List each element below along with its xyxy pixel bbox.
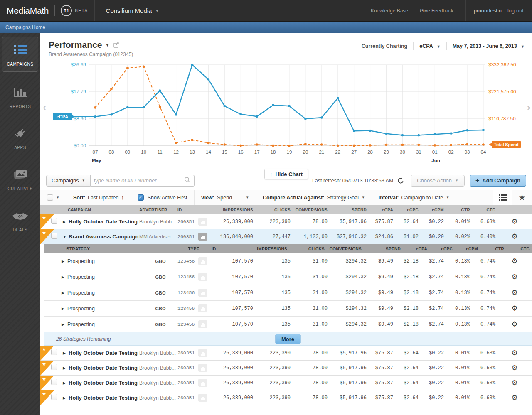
sidebar-item-campaigns[interactable]: CAMPAIGNS	[2, 37, 38, 72]
search-icon[interactable]	[184, 177, 191, 185]
logout-link[interactable]: log out	[507, 7, 524, 14]
scope-dropdown[interactable]: Campaigns ▼	[46, 175, 91, 187]
view-control[interactable]: View: Spend ▼	[195, 190, 256, 205]
knowledge-base-link[interactable]: Knowledge Base	[371, 8, 408, 14]
column-header[interactable]: eCPA	[402, 247, 429, 251]
column-header[interactable]: STRATEGY	[44, 247, 177, 251]
column-header[interactable]: CTC	[506, 247, 531, 251]
column-header[interactable]: SPEND	[363, 247, 402, 251]
give-feedback-link[interactable]: Give Feedback	[420, 8, 453, 14]
column-header[interactable]: CTR	[446, 208, 472, 212]
chart-next-chevron[interactable]: ›	[527, 102, 530, 113]
column-header[interactable]: ID	[212, 247, 232, 251]
view-selector[interactable]: Performance ▼	[49, 40, 362, 50]
hide-chart-button[interactable]: ↑ Hide Chart	[264, 169, 308, 179]
campaign-name[interactable]: Holly October Date Testing	[69, 365, 138, 371]
expand-caret-icon[interactable]: ▶	[62, 322, 67, 327]
chevron-down-icon[interactable]: ▼	[56, 196, 59, 199]
chart-prev-chevron[interactable]: ‹	[43, 102, 47, 113]
column-header[interactable]: TYPE	[177, 247, 212, 251]
column-header[interactable]: SPEND	[329, 208, 368, 212]
row-chart-icon[interactable]	[198, 379, 207, 387]
search-input[interactable]	[94, 177, 184, 184]
strategy-row[interactable]: ▶ Prospecting GBO 123456 107,570 135 31.…	[44, 285, 532, 301]
refresh-icon[interactable]	[397, 177, 404, 184]
gear-icon[interactable]: ⚙	[511, 349, 517, 356]
strategy-name[interactable]: Prospecting	[67, 258, 95, 264]
row-chart-icon[interactable]	[198, 257, 207, 265]
column-header[interactable]: ADVERTISER	[139, 208, 177, 212]
gear-icon[interactable]: ⚙	[511, 364, 517, 371]
column-header[interactable]: CTC	[472, 208, 497, 212]
strategy-row[interactable]: ▶ Prospecting GBO 123456 107,570 135 31.…	[44, 301, 532, 317]
strategy-name[interactable]: Prospecting	[67, 290, 95, 296]
strategy-row[interactable]: ▶ Prospecting GBO 123456 107,570 135 31.…	[44, 253, 532, 269]
row-chart-icon[interactable]	[198, 394, 207, 402]
interval-control[interactable]: Interval: Campaign to Date ▼	[372, 190, 456, 205]
gear-icon[interactable]: ⚙	[511, 321, 517, 328]
more-button[interactable]: More	[275, 334, 300, 344]
metric-selector[interactable]: eCPA ▼	[419, 43, 440, 49]
column-header[interactable]: IMPRESSIONS	[213, 208, 255, 212]
gear-icon[interactable]: ⚙	[511, 379, 517, 386]
column-header[interactable]: CONVERSIONS	[326, 247, 363, 251]
campaign-row[interactable]: ★ ▼ Brand Awarness Campaign MM Advertise…	[40, 229, 532, 244]
expand-caret-icon[interactable]: ▶	[62, 259, 67, 263]
row-chart-icon[interactable]	[198, 218, 207, 226]
strategy-name[interactable]: Prospecting	[67, 322, 95, 327]
campaign-row[interactable]: ★ ▶ Holly October Date Testing Brooklyn …	[40, 214, 532, 229]
row-chart-icon[interactable]	[198, 289, 207, 297]
strategy-row[interactable]: ▶ Prospecting GBO 123456 107,570 135 31.…	[44, 317, 532, 332]
column-header[interactable]: CTR	[480, 247, 506, 251]
strategy-name[interactable]: Prospecting	[67, 306, 95, 312]
expand-caret-icon[interactable]: ▶	[62, 291, 67, 295]
select-all-checkbox[interactable]	[47, 194, 53, 201]
add-campaign-button[interactable]: + Add Campaign	[470, 175, 526, 187]
column-header[interactable]: CLICKS	[289, 247, 326, 251]
column-header[interactable]: CLICKS	[255, 208, 292, 212]
row-chart-icon[interactable]	[198, 320, 207, 328]
campaign-name[interactable]: Holly October Date Testing	[69, 395, 138, 401]
sidebar-item-creatives[interactable]: CREATIVES	[0, 162, 40, 196]
expand-caret-icon[interactable]: ▶	[62, 275, 67, 279]
column-header[interactable]: eCPC	[395, 208, 420, 212]
breadcrumb[interactable]: Campaigns Home	[0, 25, 45, 30]
sort-control[interactable]: Sort: Last Updated ↑	[66, 190, 131, 205]
choose-action-dropdown[interactable]: Choose Action ▼	[411, 175, 465, 187]
expand-caret-icon[interactable]: ▼	[63, 235, 69, 239]
column-header[interactable]: IMPRESSIONS	[247, 247, 289, 251]
column-header[interactable]: CAMPAIGN	[40, 208, 139, 212]
gear-icon[interactable]: ⚙	[511, 233, 517, 240]
column-header[interactable]: ID	[177, 208, 198, 212]
sidebar-item-reports[interactable]: REPORTS	[0, 79, 40, 114]
sort-direction-arrow-icon[interactable]: ↑	[121, 195, 123, 201]
campaign-name[interactable]: Holly October Date Testing	[69, 350, 138, 356]
list-view-toggle[interactable]	[493, 190, 512, 205]
gear-icon[interactable]: ⚙	[511, 258, 517, 265]
popout-icon[interactable]	[113, 40, 119, 50]
starred-view-toggle[interactable]: ★	[512, 190, 532, 205]
campaign-row[interactable]: ★ ▶ Holly October Date Testing Brooklyn …	[40, 361, 532, 376]
gear-icon[interactable]: ⚙	[511, 218, 517, 225]
row-chart-icon[interactable]	[198, 364, 207, 372]
gear-icon[interactable]: ⚙	[511, 394, 517, 401]
row-chart-icon[interactable]	[198, 273, 207, 281]
campaign-row[interactable]: ★ ▶ Holly October Date Testing Brooklyn …	[40, 346, 532, 361]
expand-caret-icon[interactable]: ▶	[63, 381, 69, 385]
campaign-name[interactable]: Holly October Date Testing	[69, 219, 138, 225]
gear-icon[interactable]: ⚙	[511, 305, 517, 312]
expand-caret-icon[interactable]: ▶	[62, 307, 67, 311]
campaign-name[interactable]: Holly October Date Testing	[69, 380, 138, 386]
campaign-row[interactable]: ★ ▶ Holly October Date Testing Brooklyn …	[40, 390, 532, 405]
expand-caret-icon[interactable]: ▶	[63, 366, 69, 370]
row-chart-icon[interactable]	[198, 233, 207, 241]
column-header[interactable]: eCPC	[429, 247, 454, 251]
show-active-checkbox[interactable]: ✓	[138, 194, 144, 201]
column-header[interactable]: eCPA	[368, 208, 395, 212]
compare-control[interactable]: Compare Actual Against: Strategy Goal ▼	[256, 190, 372, 205]
column-header[interactable]: CONVERSIONS	[292, 208, 329, 212]
gear-icon[interactable]: ⚙	[511, 289, 517, 296]
gear-icon[interactable]: ⚙	[511, 273, 517, 280]
strategy-name[interactable]: Prospecting	[67, 274, 95, 280]
column-header[interactable]: eCPM	[454, 247, 480, 251]
